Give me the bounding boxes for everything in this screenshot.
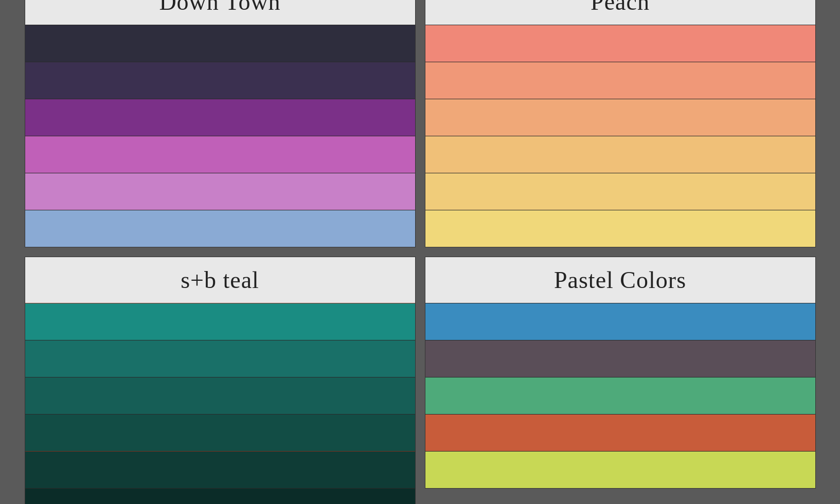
sbteal-title: s+b teal — [25, 257, 415, 303]
sbteal-swatch-1 — [25, 303, 415, 340]
palette-downtown: Down Town — [25, 0, 416, 247]
sbteal-swatch-6 — [25, 488, 415, 504]
downtown-swatch-6 — [25, 210, 415, 247]
sbteal-swatch-3 — [25, 377, 415, 414]
downtown-title: Down Town — [25, 0, 415, 25]
pastel-swatch-1 — [425, 303, 815, 340]
palette-sbteal: s+b teal — [25, 257, 416, 504]
pastel-swatch-3 — [425, 377, 815, 414]
peach-swatch-3 — [425, 99, 815, 136]
peach-swatch-6 — [425, 210, 815, 247]
pastel-swatch-5 — [425, 451, 815, 488]
peach-swatch-5 — [425, 173, 815, 210]
pastel-swatch-4 — [425, 414, 815, 451]
downtown-swatch-2 — [25, 62, 415, 99]
sbteal-swatch-5 — [25, 451, 415, 488]
main-container: Down Town s+b teal Peach — [14, 0, 826, 504]
palette-pastel: Pastel Colors — [425, 257, 816, 489]
downtown-swatch-3 — [25, 99, 415, 136]
peach-swatch-2 — [425, 62, 815, 99]
peach-swatch-1 — [425, 25, 815, 62]
sbteal-swatch-4 — [25, 414, 415, 451]
palette-peach: Peach — [425, 0, 816, 247]
downtown-swatch-5 — [25, 173, 415, 210]
pastel-swatch-2 — [425, 340, 815, 377]
pastel-title: Pastel Colors — [425, 257, 815, 303]
downtown-swatch-4 — [25, 136, 415, 173]
downtown-swatch-1 — [25, 25, 415, 62]
peach-swatch-4 — [425, 136, 815, 173]
peach-title: Peach — [425, 0, 815, 25]
sbteal-swatch-2 — [25, 340, 415, 377]
